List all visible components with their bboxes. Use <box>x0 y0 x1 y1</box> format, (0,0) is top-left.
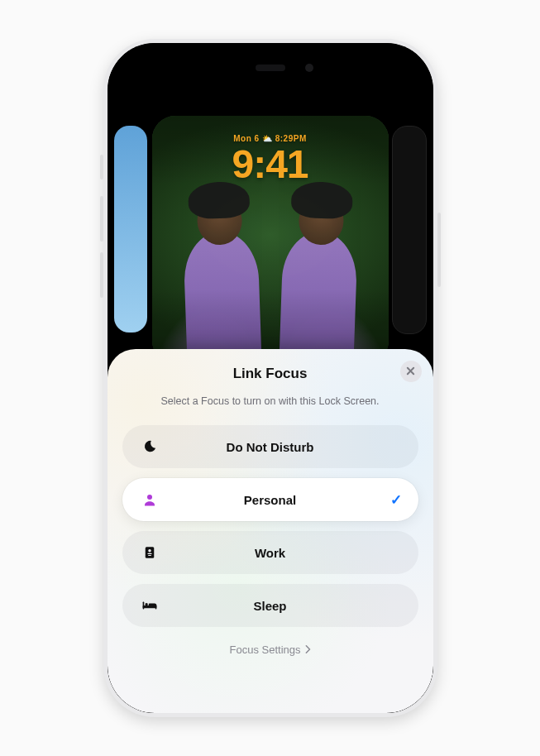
sheet-header: Link Focus <box>122 362 418 385</box>
lockscreen-card-prev[interactable] <box>114 126 147 333</box>
mute-switch[interactable] <box>100 155 103 179</box>
svg-point-0 <box>147 495 152 500</box>
badge-icon <box>141 545 159 560</box>
moon-icon <box>141 439 159 454</box>
focus-label: Sleep <box>122 599 418 613</box>
focus-row-work[interactable]: Work ✓ <box>122 531 418 574</box>
svg-rect-3 <box>147 553 151 554</box>
focus-list: Do Not Disturb ✓ Personal ✓ <box>122 425 418 627</box>
focus-settings-label: Focus Settings <box>230 644 301 656</box>
lockscreen-card-current[interactable]: Mon 6 ⛅ 8:29PM 9:41 <box>152 116 389 364</box>
bed-icon <box>141 598 159 613</box>
svg-rect-8 <box>155 605 156 610</box>
lockscreen-meta: Mon 6 ⛅ 8:29PM 9:41 <box>152 134 389 184</box>
svg-rect-4 <box>148 555 151 556</box>
sheet-subtitle: Select a Focus to turn on with this Lock… <box>160 395 379 407</box>
focus-row-dnd[interactable]: Do Not Disturb ✓ <box>122 425 418 468</box>
phone-frame: Mon 6 ⛅ 8:29PM 9:41 Link Focus <box>103 39 437 717</box>
focus-label: Work <box>122 546 418 560</box>
volume-down-button[interactable] <box>100 252 103 298</box>
lockscreen-gallery: Mon 6 ⛅ 8:29PM 9:41 <box>108 43 433 357</box>
focus-label: Do Not Disturb <box>122 440 418 454</box>
svg-rect-6 <box>142 605 156 608</box>
person-icon <box>141 492 159 507</box>
volume-up-button[interactable] <box>100 196 103 242</box>
svg-point-7 <box>145 603 147 605</box>
focus-settings-link[interactable]: Focus Settings <box>230 644 311 656</box>
focus-label: Personal <box>122 493 418 507</box>
link-focus-sheet: Link Focus Select a Focus to turn on wit… <box>108 349 433 713</box>
lockscreen-time: 9:41 <box>152 145 389 184</box>
chevron-right-icon <box>304 644 311 656</box>
close-button[interactable] <box>400 361 422 382</box>
stage: Mon 6 ⛅ 8:29PM 9:41 Link Focus <box>0 0 540 756</box>
svg-rect-1 <box>145 547 154 558</box>
check-icon: ✓ <box>390 491 402 509</box>
power-button[interactable] <box>437 213 441 287</box>
focus-row-sleep[interactable]: Sleep ✓ <box>122 584 418 627</box>
svg-point-2 <box>148 549 151 552</box>
close-icon <box>406 364 415 379</box>
lockscreen-card-next[interactable] <box>392 126 427 334</box>
focus-row-personal[interactable]: Personal ✓ <box>122 478 418 521</box>
sheet-title: Link Focus <box>233 366 308 382</box>
device-inner: Mon 6 ⛅ 8:29PM 9:41 Link Focus <box>108 43 433 713</box>
screen: Mon 6 ⛅ 8:29PM 9:41 Link Focus <box>108 43 433 713</box>
dynamic-island <box>219 55 322 81</box>
